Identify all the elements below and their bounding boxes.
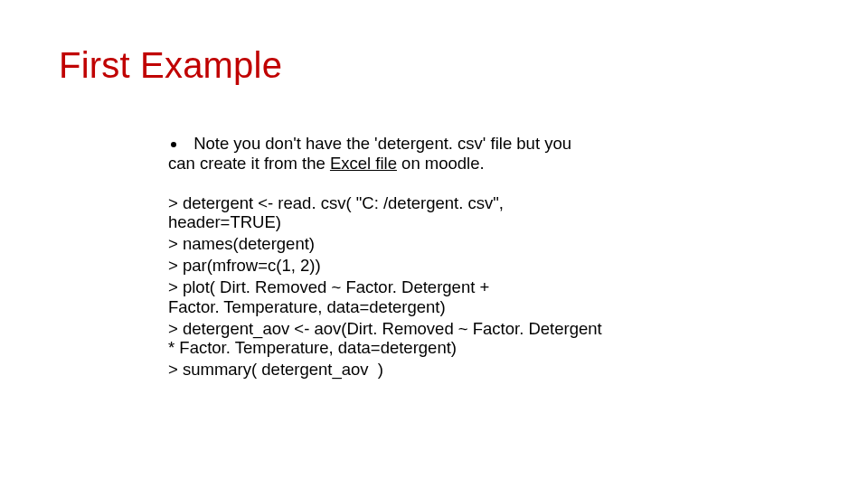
slide: First Example Note you don't have the 'd… <box>0 0 868 488</box>
code-line: > summary( detergent_aov ) <box>168 360 675 380</box>
slide-title: First Example <box>59 45 282 86</box>
bullet-line-2-post: on moodle. <box>397 154 485 173</box>
code-line: > plot( Dirt. Removed ~ Factor. Detergen… <box>168 277 675 297</box>
bullet-item: Note you don't have the 'detergent. csv'… <box>168 134 675 174</box>
code-line: > names(detergent) <box>168 234 675 254</box>
code-line: > detergent <- read. csv( "C: /detergent… <box>168 193 675 213</box>
bullet-line-1: Note you don't have the 'detergent. csv'… <box>189 134 675 154</box>
code-line: Factor. Temperature, data=detergent) <box>168 297 675 317</box>
code-block: > detergent <- read. csv( "C: /detergent… <box>168 193 675 380</box>
code-line: header=TRUE) <box>168 212 675 232</box>
bullet-text: Note you don't have the 'detergent. csv'… <box>189 134 675 174</box>
bullet-dot-icon <box>171 142 176 147</box>
bullet-line-2-pre: can create it from the <box>168 154 330 173</box>
slide-body: Note you don't have the 'detergent. csv'… <box>168 134 675 381</box>
code-line: * Factor. Temperature, data=detergent) <box>168 338 675 358</box>
excel-file-link[interactable]: Excel file <box>330 154 397 173</box>
bullet-line-2: can create it from the Excel file on moo… <box>168 154 675 174</box>
code-line: > detergent_aov <- aov(Dirt. Removed ~ F… <box>168 319 675 339</box>
code-line: > par(mfrow=c(1, 2)) <box>168 256 675 276</box>
